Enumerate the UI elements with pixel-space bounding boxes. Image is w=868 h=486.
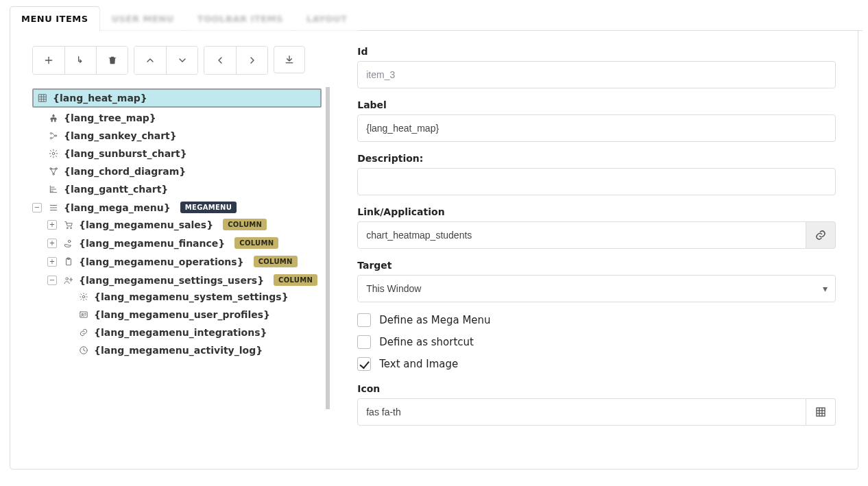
cart-icon xyxy=(64,220,73,230)
svg-line-18 xyxy=(54,169,56,173)
badge-column: COLUMN xyxy=(274,274,317,286)
check-text-image[interactable]: Text and Image xyxy=(357,357,836,371)
icon-label: Icon xyxy=(357,383,836,394)
check-label: Define as shortcut xyxy=(379,336,474,348)
link-input[interactable] xyxy=(357,221,806,249)
tree-item-heat-map[interactable]: {lang_heat_map} xyxy=(32,87,322,109)
move-right-button[interactable] xyxy=(236,47,267,74)
tree-item-mega-menu[interactable]: − {lang_mega_menu} MEGAMENU + xyxy=(32,198,322,362)
collapse-toggle[interactable]: − xyxy=(47,276,57,285)
checkbox[interactable] xyxy=(357,357,371,371)
svg-point-29 xyxy=(68,240,71,243)
tree-item-mm-user-profiles[interactable]: {lang_megamenu_user_profiles} xyxy=(62,306,322,324)
trash-icon xyxy=(107,55,118,66)
move-down-button[interactable] xyxy=(166,47,197,74)
move-left-button[interactable] xyxy=(204,47,236,74)
chevron-left-icon xyxy=(215,55,226,66)
tree-item-label: {lang_sunburst_chart} xyxy=(64,148,187,159)
grid-icon xyxy=(815,406,826,417)
expand-toggle[interactable]: + xyxy=(47,239,57,248)
tree-icon xyxy=(49,113,58,123)
panel: {lang_heat_map} {lang_tree_map} {lang_sa… xyxy=(10,31,858,470)
check-label: Text and Image xyxy=(379,358,458,370)
tree-item-mm-sales[interactable]: + {lang_megamenu_sales} COLUMN xyxy=(47,215,322,234)
checkbox[interactable] xyxy=(357,313,371,327)
svg-rect-35 xyxy=(80,312,88,317)
tree-item-mm-settings-users[interactable]: − {lang_megamenu_settings_users} COLUMN xyxy=(47,271,322,361)
svg-line-17 xyxy=(51,169,53,173)
expand-toggle[interactable]: + xyxy=(47,257,57,267)
label-input[interactable] xyxy=(357,114,836,142)
tree-item-label: {lang_megamenu_activity_log} xyxy=(94,345,263,356)
delete-button[interactable] xyxy=(96,47,128,74)
tree-item-sankey[interactable]: {lang_sankey_chart} xyxy=(32,127,322,145)
network-icon xyxy=(49,167,58,176)
svg-point-36 xyxy=(82,313,83,315)
chevron-up-icon xyxy=(145,55,156,66)
tree-item-label: {lang_megamenu_settings_users} xyxy=(79,275,264,286)
check-define-shortcut[interactable]: Define as shortcut xyxy=(357,335,836,349)
indent-button[interactable] xyxy=(64,47,96,74)
tree-item-label: {lang_tree_map} xyxy=(64,112,156,123)
badge-column: COLUMN xyxy=(254,256,298,267)
tree: {lang_heat_map} {lang_tree_map} {lang_sa… xyxy=(32,87,330,409)
tree-item-mm-activity-log[interactable]: {lang_megamenu_activity_log} xyxy=(62,341,322,359)
tree-item-gantt[interactable]: {lang_gantt_chart} xyxy=(32,180,322,198)
add-button[interactable] xyxy=(33,47,64,74)
tabs: MENU ITEMS USER MENU TOOLBAR ITEMS LAYOU… xyxy=(10,5,863,31)
target-select[interactable] xyxy=(357,275,836,302)
tree-item-mm-system-settings[interactable]: {lang_megamenu_system_settings} xyxy=(62,288,322,306)
badge-megamenu: MEGAMENU xyxy=(180,202,237,213)
tab-menu-items[interactable]: MENU ITEMS xyxy=(10,6,100,31)
properties-form: Id Label Description: Link/Application xyxy=(357,46,836,437)
svg-point-34 xyxy=(82,295,85,298)
id-input[interactable] xyxy=(357,61,836,88)
indent-icon xyxy=(75,55,86,66)
tree-item-label: {lang_heat_map} xyxy=(53,93,147,104)
tree-item-label: {lang_megamenu_user_profiles} xyxy=(94,309,270,320)
link-icon xyxy=(79,328,88,337)
tree-item-mm-operations[interactable]: + {lang_megamenu_operations} COLUMN xyxy=(47,252,322,271)
svg-point-32 xyxy=(66,277,69,280)
grid-icon xyxy=(38,93,47,103)
icon-preview xyxy=(806,398,836,426)
badge-column: COLUMN xyxy=(223,219,267,230)
users-gear-icon xyxy=(64,276,73,285)
link-icon xyxy=(815,229,827,241)
icon-input[interactable] xyxy=(357,398,806,426)
move-up-button[interactable] xyxy=(134,47,166,74)
clock-icon xyxy=(79,345,88,355)
tree-item-label: {lang_megamenu_operations} xyxy=(79,256,244,267)
link-label: Link/Application xyxy=(357,206,836,217)
expand-toggle[interactable]: + xyxy=(47,220,57,230)
chevron-right-icon xyxy=(247,55,258,66)
id-card-icon xyxy=(79,310,88,319)
svg-point-12 xyxy=(52,152,55,155)
tab-user-menu[interactable]: USER MENU xyxy=(100,6,186,31)
tree-item-sunburst[interactable]: {lang_sunburst_chart} xyxy=(32,145,322,162)
label-label: Label xyxy=(357,99,836,110)
tree-item-chord[interactable]: {lang_chord_diagram} xyxy=(32,162,322,180)
description-input[interactable] xyxy=(357,168,836,195)
id-label: Id xyxy=(357,46,836,57)
download-icon xyxy=(284,54,295,65)
tree-item-mm-integrations[interactable]: {lang_megamenu_integrations} xyxy=(62,324,322,341)
chevron-down-icon xyxy=(177,55,188,66)
list-icon xyxy=(49,203,58,212)
link-picker-button[interactable] xyxy=(806,221,836,249)
import-button[interactable] xyxy=(274,46,305,73)
description-label: Description: xyxy=(357,153,836,164)
hand-coin-icon xyxy=(64,239,73,248)
tab-layout[interactable]: LAYOUT xyxy=(295,6,359,31)
plus-icon xyxy=(43,55,54,66)
gear-icon xyxy=(49,149,58,158)
tree-item-tree-map[interactable]: {lang_tree_map} xyxy=(32,109,322,127)
checkbox[interactable] xyxy=(357,335,371,349)
svg-point-27 xyxy=(67,227,68,228)
tree-item-mm-finance[interactable]: + {lang_megamenu_finance} COLUMN xyxy=(47,234,322,252)
tree-item-label: {lang_megamenu_finance} xyxy=(79,238,225,249)
tab-toolbar-items[interactable]: TOOLBAR ITEMS xyxy=(186,6,295,31)
collapse-toggle[interactable]: − xyxy=(32,203,42,212)
check-define-megamenu[interactable]: Define as Mega Menu xyxy=(357,313,836,327)
clipboard-icon xyxy=(64,257,73,267)
